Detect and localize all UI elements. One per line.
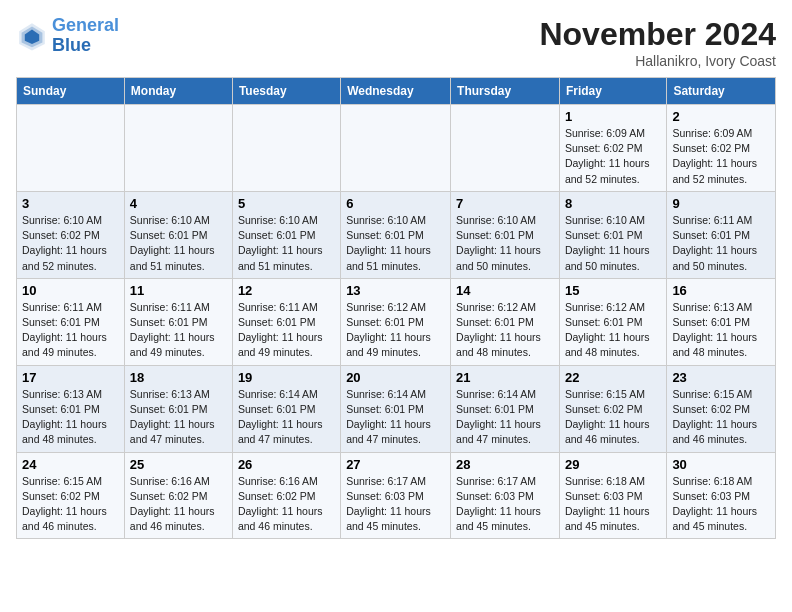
calendar-cell	[451, 105, 560, 192]
day-number: 12	[238, 283, 335, 298]
page-header: General Blue November 2024 Hallanikro, I…	[16, 16, 776, 69]
calendar-cell: 8Sunrise: 6:10 AM Sunset: 6:01 PM Daylig…	[559, 191, 666, 278]
calendar-cell: 22Sunrise: 6:15 AM Sunset: 6:02 PM Dayli…	[559, 365, 666, 452]
day-number: 13	[346, 283, 445, 298]
calendar-cell: 12Sunrise: 6:11 AM Sunset: 6:01 PM Dayli…	[232, 278, 340, 365]
calendar-cell: 30Sunrise: 6:18 AM Sunset: 6:03 PM Dayli…	[667, 452, 776, 539]
weekday-header: Saturday	[667, 78, 776, 105]
logo-line1: General	[52, 15, 119, 35]
day-number: 7	[456, 196, 554, 211]
calendar-week-row: 10Sunrise: 6:11 AM Sunset: 6:01 PM Dayli…	[17, 278, 776, 365]
day-number: 10	[22, 283, 119, 298]
weekday-row: SundayMondayTuesdayWednesdayThursdayFrid…	[17, 78, 776, 105]
calendar-table: SundayMondayTuesdayWednesdayThursdayFrid…	[16, 77, 776, 539]
calendar-cell: 5Sunrise: 6:10 AM Sunset: 6:01 PM Daylig…	[232, 191, 340, 278]
day-number: 6	[346, 196, 445, 211]
day-info: Sunrise: 6:10 AM Sunset: 6:01 PM Dayligh…	[130, 213, 227, 274]
day-info: Sunrise: 6:10 AM Sunset: 6:02 PM Dayligh…	[22, 213, 119, 274]
day-number: 30	[672, 457, 770, 472]
day-info: Sunrise: 6:11 AM Sunset: 6:01 PM Dayligh…	[238, 300, 335, 361]
calendar-cell: 7Sunrise: 6:10 AM Sunset: 6:01 PM Daylig…	[451, 191, 560, 278]
day-info: Sunrise: 6:10 AM Sunset: 6:01 PM Dayligh…	[565, 213, 661, 274]
calendar-cell	[232, 105, 340, 192]
day-info: Sunrise: 6:15 AM Sunset: 6:02 PM Dayligh…	[672, 387, 770, 448]
day-number: 22	[565, 370, 661, 385]
calendar-week-row: 24Sunrise: 6:15 AM Sunset: 6:02 PM Dayli…	[17, 452, 776, 539]
day-info: Sunrise: 6:15 AM Sunset: 6:02 PM Dayligh…	[565, 387, 661, 448]
day-info: Sunrise: 6:16 AM Sunset: 6:02 PM Dayligh…	[130, 474, 227, 535]
day-number: 27	[346, 457, 445, 472]
day-number: 18	[130, 370, 227, 385]
day-info: Sunrise: 6:10 AM Sunset: 6:01 PM Dayligh…	[456, 213, 554, 274]
calendar-cell: 6Sunrise: 6:10 AM Sunset: 6:01 PM Daylig…	[341, 191, 451, 278]
logo-icon	[16, 20, 48, 52]
day-info: Sunrise: 6:11 AM Sunset: 6:01 PM Dayligh…	[130, 300, 227, 361]
day-number: 15	[565, 283, 661, 298]
day-number: 14	[456, 283, 554, 298]
calendar-cell: 16Sunrise: 6:13 AM Sunset: 6:01 PM Dayli…	[667, 278, 776, 365]
calendar-cell: 9Sunrise: 6:11 AM Sunset: 6:01 PM Daylig…	[667, 191, 776, 278]
day-info: Sunrise: 6:17 AM Sunset: 6:03 PM Dayligh…	[456, 474, 554, 535]
weekday-header: Sunday	[17, 78, 125, 105]
calendar-cell: 27Sunrise: 6:17 AM Sunset: 6:03 PM Dayli…	[341, 452, 451, 539]
day-number: 25	[130, 457, 227, 472]
day-info: Sunrise: 6:12 AM Sunset: 6:01 PM Dayligh…	[565, 300, 661, 361]
month-title: November 2024	[539, 16, 776, 53]
day-info: Sunrise: 6:10 AM Sunset: 6:01 PM Dayligh…	[346, 213, 445, 274]
calendar-cell: 14Sunrise: 6:12 AM Sunset: 6:01 PM Dayli…	[451, 278, 560, 365]
day-info: Sunrise: 6:13 AM Sunset: 6:01 PM Dayligh…	[22, 387, 119, 448]
calendar-cell	[341, 105, 451, 192]
day-info: Sunrise: 6:11 AM Sunset: 6:01 PM Dayligh…	[672, 213, 770, 274]
logo-line2: Blue	[52, 35, 91, 55]
day-info: Sunrise: 6:09 AM Sunset: 6:02 PM Dayligh…	[565, 126, 661, 187]
weekday-header: Tuesday	[232, 78, 340, 105]
day-number: 2	[672, 109, 770, 124]
day-info: Sunrise: 6:09 AM Sunset: 6:02 PM Dayligh…	[672, 126, 770, 187]
day-number: 1	[565, 109, 661, 124]
calendar-header: SundayMondayTuesdayWednesdayThursdayFrid…	[17, 78, 776, 105]
day-info: Sunrise: 6:18 AM Sunset: 6:03 PM Dayligh…	[672, 474, 770, 535]
day-info: Sunrise: 6:18 AM Sunset: 6:03 PM Dayligh…	[565, 474, 661, 535]
calendar-cell: 4Sunrise: 6:10 AM Sunset: 6:01 PM Daylig…	[124, 191, 232, 278]
weekday-header: Friday	[559, 78, 666, 105]
calendar-week-row: 1Sunrise: 6:09 AM Sunset: 6:02 PM Daylig…	[17, 105, 776, 192]
calendar-cell: 17Sunrise: 6:13 AM Sunset: 6:01 PM Dayli…	[17, 365, 125, 452]
weekday-header: Wednesday	[341, 78, 451, 105]
calendar-cell: 15Sunrise: 6:12 AM Sunset: 6:01 PM Dayli…	[559, 278, 666, 365]
calendar-week-row: 3Sunrise: 6:10 AM Sunset: 6:02 PM Daylig…	[17, 191, 776, 278]
day-number: 17	[22, 370, 119, 385]
calendar-cell: 18Sunrise: 6:13 AM Sunset: 6:01 PM Dayli…	[124, 365, 232, 452]
day-info: Sunrise: 6:11 AM Sunset: 6:01 PM Dayligh…	[22, 300, 119, 361]
calendar-cell: 10Sunrise: 6:11 AM Sunset: 6:01 PM Dayli…	[17, 278, 125, 365]
day-number: 8	[565, 196, 661, 211]
day-info: Sunrise: 6:14 AM Sunset: 6:01 PM Dayligh…	[346, 387, 445, 448]
day-info: Sunrise: 6:13 AM Sunset: 6:01 PM Dayligh…	[130, 387, 227, 448]
weekday-header: Monday	[124, 78, 232, 105]
day-info: Sunrise: 6:10 AM Sunset: 6:01 PM Dayligh…	[238, 213, 335, 274]
day-info: Sunrise: 6:13 AM Sunset: 6:01 PM Dayligh…	[672, 300, 770, 361]
day-number: 3	[22, 196, 119, 211]
calendar-cell: 20Sunrise: 6:14 AM Sunset: 6:01 PM Dayli…	[341, 365, 451, 452]
logo: General Blue	[16, 16, 119, 56]
calendar-cell: 25Sunrise: 6:16 AM Sunset: 6:02 PM Dayli…	[124, 452, 232, 539]
calendar-cell: 13Sunrise: 6:12 AM Sunset: 6:01 PM Dayli…	[341, 278, 451, 365]
day-info: Sunrise: 6:12 AM Sunset: 6:01 PM Dayligh…	[456, 300, 554, 361]
calendar-cell: 26Sunrise: 6:16 AM Sunset: 6:02 PM Dayli…	[232, 452, 340, 539]
day-number: 24	[22, 457, 119, 472]
title-block: November 2024 Hallanikro, Ivory Coast	[539, 16, 776, 69]
day-number: 4	[130, 196, 227, 211]
weekday-header: Thursday	[451, 78, 560, 105]
calendar-cell: 19Sunrise: 6:14 AM Sunset: 6:01 PM Dayli…	[232, 365, 340, 452]
day-number: 19	[238, 370, 335, 385]
day-number: 26	[238, 457, 335, 472]
calendar-week-row: 17Sunrise: 6:13 AM Sunset: 6:01 PM Dayli…	[17, 365, 776, 452]
day-info: Sunrise: 6:17 AM Sunset: 6:03 PM Dayligh…	[346, 474, 445, 535]
day-number: 21	[456, 370, 554, 385]
day-info: Sunrise: 6:12 AM Sunset: 6:01 PM Dayligh…	[346, 300, 445, 361]
calendar-cell: 21Sunrise: 6:14 AM Sunset: 6:01 PM Dayli…	[451, 365, 560, 452]
day-number: 16	[672, 283, 770, 298]
calendar-cell	[124, 105, 232, 192]
location: Hallanikro, Ivory Coast	[539, 53, 776, 69]
day-number: 11	[130, 283, 227, 298]
day-number: 20	[346, 370, 445, 385]
